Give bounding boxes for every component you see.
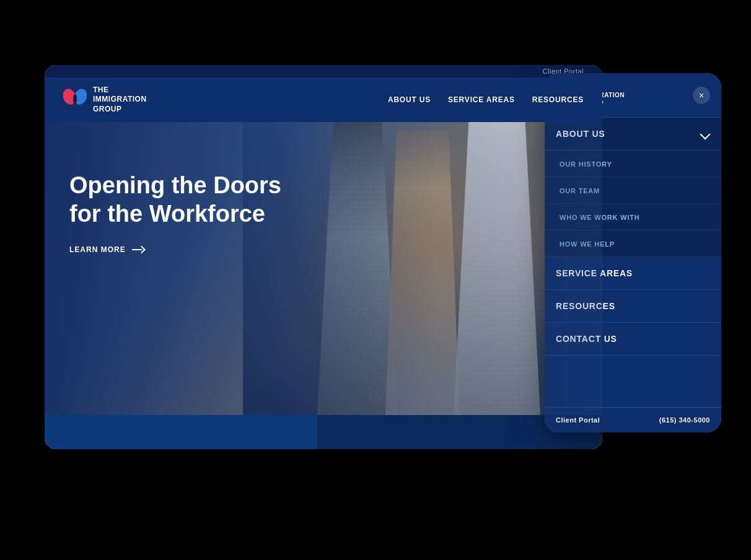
- mobile-menu-close-button[interactable]: ×: [693, 87, 710, 104]
- svg-point-2: [73, 94, 77, 104]
- mobile-phone-number[interactable]: (615) 340-5000: [659, 416, 710, 424]
- hero-content: Opening the Doors for the Workforce LEAR…: [45, 122, 385, 304]
- nav-service-areas[interactable]: SERVICE AREAS: [448, 95, 515, 104]
- desktop-header: THE IMMIGRATION GROUP ABOUT US SERVICE A…: [45, 77, 602, 122]
- desktop-logo-area: THE IMMIGRATION GROUP: [63, 85, 388, 115]
- nav-about-us[interactable]: ABOUT US: [388, 95, 431, 104]
- desktop-logo-text: THE IMMIGRATION GROUP: [93, 85, 147, 115]
- learn-more-button[interactable]: LEARN MORE: [69, 245, 361, 254]
- hero-title: Opening the Doors for the Workforce: [69, 172, 361, 228]
- desktop-nav: ABOUT US SERVICE AREAS RESOURCES: [388, 95, 584, 104]
- chevron-down-icon: [700, 129, 710, 139]
- hero-section: Opening the Doors for the Workforce LEAR…: [45, 122, 602, 415]
- desktop-mockup: Client Portal THE IMMIGRATION GROUP: [45, 65, 602, 449]
- desktop-logo-butterfly-icon: [63, 88, 87, 112]
- mobile-client-portal-link[interactable]: Client Portal: [556, 416, 600, 424]
- arrow-right-icon: [132, 246, 144, 253]
- client-portal-bar: Client Portal: [45, 65, 602, 77]
- hero-bottom-accent-bar: [45, 415, 317, 449]
- desktop-screen: Client Portal THE IMMIGRATION GROUP: [45, 65, 602, 449]
- nav-resources[interactable]: RESOURCES: [532, 95, 584, 104]
